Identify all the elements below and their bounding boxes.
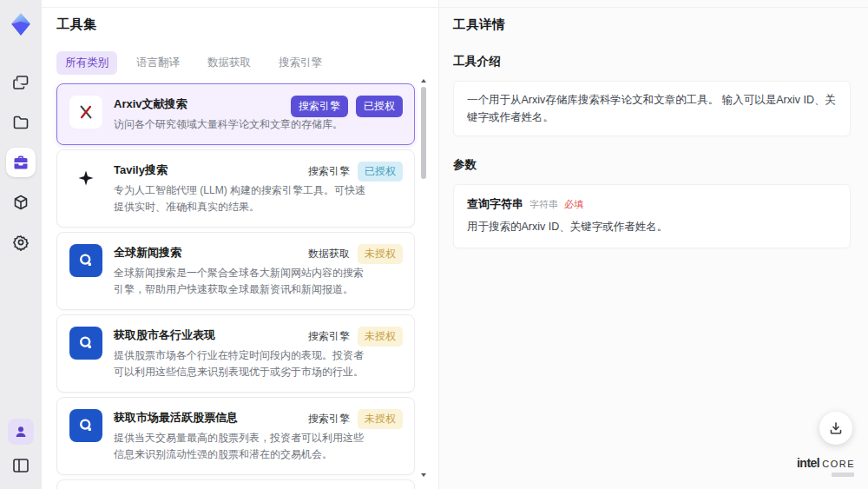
arxiv-logo-icon (69, 96, 102, 129)
search-app-icon (69, 244, 102, 277)
sidebar-rail (0, 0, 42, 489)
cube-icon[interactable] (6, 188, 36, 217)
tool-card-arxiv[interactable]: Arxiv文献搜索 访问各个研究领域大量科学论文和文章的存储库。 搜索引擎 已授… (56, 83, 415, 145)
tab-data-acquisition[interactable]: 数据获取 (199, 51, 260, 75)
intel-core-badge: intel CORE (797, 456, 855, 477)
tool-list-panel: 工具集 所有类别 语言翻译 数据获取 搜索引擎 Arxiv文献搜索 访问各个研究… (42, 0, 438, 489)
tool-tags: 搜索引擎 未授权 (308, 327, 403, 347)
download-icon (829, 421, 843, 435)
scroll-up-arrow[interactable] (419, 77, 427, 84)
user-avatar-icon[interactable] (8, 419, 34, 445)
settings-gear-icon[interactable] (6, 228, 36, 257)
status-badge: 未授权 (358, 327, 403, 347)
page-title: 工具集 (56, 17, 438, 33)
download-button[interactable] (819, 412, 852, 445)
tool-card-most-active-stocks[interactable]: 获取市场最活跃股票信息 提供当天交易量最高的股票列表，投资者可以利用这些信息来识… (56, 397, 415, 475)
status-badge: 未授权 (358, 244, 403, 264)
tool-card-global-news[interactable]: 全球新闻搜索 全球新闻搜索是一个聚合全球各大新闻网站内容的搜索引擎，帮助用户快速… (56, 232, 415, 310)
status-badge: 已授权 (358, 162, 403, 182)
tool-card-list: Arxiv文献搜索 访问各个研究领域大量科学论文和文章的存储库。 搜索引擎 已授… (56, 83, 415, 489)
tool-tags: 搜索引擎 已授权 (291, 96, 403, 117)
intel-wordmark: intel (797, 456, 819, 470)
intro-card: 一个用于从Arxiv存储库搜索科学论文和文章的工具。 输入可以是Arxiv ID… (453, 81, 851, 136)
chat-icon[interactable] (6, 68, 36, 97)
param-card: 查询字符串 字符串 必填 用于搜索的Arxiv ID、关键字或作者姓名。 (453, 184, 851, 248)
category-tabs: 所有类别 语言翻译 数据获取 搜索引擎 (56, 51, 438, 75)
toolbox-icon-active[interactable] (6, 148, 36, 177)
tool-card-tavily[interactable]: Tavily搜索 专为人工智能代理 (LLM) 构建的搜索引擎工具。可快速提供实… (56, 149, 415, 228)
list-scrollbar (419, 77, 427, 479)
param-type: 字符串 (529, 198, 558, 211)
rail-bottom (8, 419, 34, 479)
params-heading: 参数 (453, 157, 851, 173)
category-label: 搜索引擎 (308, 412, 350, 426)
param-description: 用于搜索的Arxiv ID、关键字或作者姓名。 (467, 220, 837, 235)
param-header: 查询字符串 字符串 必填 (467, 196, 837, 212)
tool-tags: 数据获取 未授权 (308, 244, 403, 264)
tool-description: 全球新闻搜索是一个聚合全球各大新闻网站内容的搜索引擎，帮助用户快速获取全球最新资… (114, 265, 371, 298)
tab-search-engine[interactable]: 搜索引擎 (270, 51, 331, 75)
scroll-down-arrow[interactable] (419, 472, 427, 479)
category-label: 数据获取 (308, 247, 350, 261)
tool-detail-panel: 工具详情 工具介绍 一个用于从Arxiv存储库搜索科学论文和文章的工具。 输入可… (438, 0, 868, 489)
tool-card-regional-news[interactable]: 万维地区新闻查询 查询具体行政区划内的新闻，快速了解各地新闻动 搜索引擎 未授权 (56, 479, 415, 489)
core-wordmark: CORE (822, 459, 855, 469)
tool-description: 访问各个研究领域大量科学论文和文章的存储库。 (114, 116, 371, 133)
top-divider (42, 7, 868, 8)
search-app-icon (69, 327, 102, 360)
status-badge: 未授权 (358, 409, 403, 429)
tab-all-categories[interactable]: 所有类别 (56, 51, 117, 75)
intel-sub-badge (832, 472, 854, 477)
param-name: 查询字符串 (467, 196, 523, 212)
status-badge: 已授权 (356, 96, 403, 117)
tool-description: 提供当天交易量最高的股票列表，投资者可以利用这些信息来识别流动性强的股票和潜在的… (114, 430, 371, 463)
search-app-icon (69, 409, 102, 442)
app-logo-icon (9, 12, 33, 36)
intro-heading: 工具介绍 (453, 54, 851, 69)
category-label: 搜索引擎 (308, 329, 350, 344)
tool-description: 专为人工智能代理 (LLM) 构建的搜索引擎工具。可快速提供实时、准确和真实的结… (114, 182, 371, 215)
category-label: 搜索引擎 (308, 164, 350, 179)
detail-title: 工具详情 (453, 17, 851, 33)
tool-card-sector-performance[interactable]: 获取股市各行业表现 提供股票市场各个行业在特定时间段内的表现。投资者可以利用这些… (56, 314, 415, 393)
rail-nav (6, 68, 36, 257)
category-badge: 搜索引擎 (291, 96, 348, 117)
app-window: 工具集 所有类别 语言翻译 数据获取 搜索引擎 Arxiv文献搜索 访问各个研究… (0, 0, 868, 489)
tool-tags: 搜索引擎 已授权 (308, 162, 403, 182)
tool-tags: 搜索引擎 未授权 (308, 409, 403, 429)
tab-language-translation[interactable]: 语言翻译 (128, 51, 188, 75)
param-required-flag: 必填 (564, 198, 583, 211)
tool-description: 提供股票市场各个行业在特定时间段内的表现。投资者可以利用这些信息来识别表现优于或… (114, 347, 371, 380)
panel-toggle-icon[interactable] (8, 453, 34, 479)
folder-icon[interactable] (6, 108, 36, 137)
scrollbar-thumb[interactable] (421, 87, 426, 179)
sparkle-icon (69, 162, 102, 195)
